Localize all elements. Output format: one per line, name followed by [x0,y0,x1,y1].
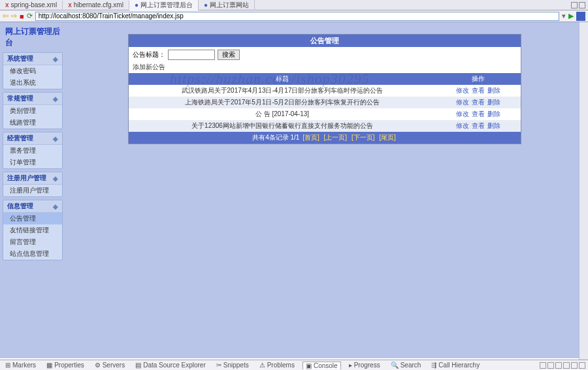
bottom-tab-markers[interactable]: ⊞ Markers [3,362,39,369]
xml-icon: x [68,1,72,8]
col-title: 标题 [129,74,436,84]
dropdown-icon[interactable]: ▾ [562,12,566,20]
menu-header-system[interactable]: 系统管理◈ [3,53,62,65]
menu-group-info: 信息管理◈ 公告管理 友情链接管理 留言管理 站点信息管理 [3,200,63,260]
refresh-icon[interactable]: ⟳ [27,12,33,20]
page-last[interactable]: [尾页] [379,134,396,141]
content-panel: 公告管理 公告标题： 搜索 添加新公告 标题 操作 武汉铁路局关于2017年4月… [128,34,521,144]
collapse-icon: ◈ [53,55,58,63]
tab-site[interactable]: ●网上订票网站 [199,0,255,10]
add-link[interactable]: 添加新公告 [129,63,521,73]
bottom-tab-dse[interactable]: ▤ Data Source Explorer [133,362,208,369]
sidebar-item-reguser[interactable]: 注册用户管理 [3,185,62,196]
sidebar-item-category[interactable]: 类别管理 [3,105,62,117]
tab-hibernate[interactable]: xhibernate.cfg.xml [63,1,129,9]
editor-tabs: xspring-base.xml xhibernate.cfg.xml ●网上订… [0,0,588,10]
col-ops: 操作 [436,74,521,84]
menu-group-business: 经营管理◈ 票务管理 订单管理 [3,132,63,169]
search-row: 公告标题： 搜索 [129,47,521,63]
sidebar-item-password[interactable]: 修改密码 [3,65,62,77]
console-btn-2[interactable] [547,362,554,369]
sidebar-title: 网上订票管理后台 [3,25,63,52]
console-btn-1[interactable] [540,362,546,369]
scrollbar[interactable] [579,22,588,360]
sidebar-item-ticket[interactable]: 票务管理 [3,145,62,157]
stop-icon[interactable]: ■ [20,12,24,20]
collapse-icon: ◈ [53,95,58,102]
address-bar: ⇦ ⇨ ■ ⟳ ▾ ▶ [0,10,588,22]
table-row: 上海铁路局关于2017年5月1日-5月2日部分旅客列车恢复开行的公告 修改查看删… [129,97,521,108]
menu-header-info[interactable]: 信息管理◈ [3,200,62,213]
bottom-controls [540,362,585,369]
tab-controls [571,2,588,8]
menu-header-business[interactable]: 经营管理◈ [3,132,62,145]
console-btn-3[interactable] [555,362,562,369]
delete-link[interactable]: 删除 [487,87,500,94]
table-row: 公 告 [2017-04-13] 修改查看删除 [129,108,521,120]
back-icon[interactable]: ⇦ [3,12,8,20]
go-icon[interactable]: ▶ [568,12,574,20]
delete-link[interactable]: 删除 [487,99,500,106]
view-link[interactable]: 查看 [472,122,485,129]
view-link[interactable]: 查看 [472,87,485,94]
sidebar-item-messages[interactable]: 留言管理 [3,236,62,248]
sidebar: 网上订票管理后台 系统管理◈ 修改密码 退出系统 常规管理◈ 类别管理 线路管理… [0,22,65,358]
table-header: 标题 操作 [129,73,521,85]
collapse-icon: ◈ [53,135,58,142]
bottom-bar: ⊞ Markers ▦ Properties ⚙ Servers ▤ Data … [0,360,588,370]
menu-group-general: 常规管理◈ 类别管理 线路管理 [3,92,63,129]
console-btn-6[interactable] [579,362,585,369]
maximize-icon[interactable] [579,2,585,8]
search-label: 公告标题： [133,50,165,59]
delete-link[interactable]: 删除 [487,122,500,129]
web-icon: ● [135,1,139,8]
web-icon: ● [204,1,208,8]
console-btn-5[interactable] [571,362,578,369]
tab-spring[interactable]: xspring-base.xml [0,1,63,9]
bottom-tab-servers[interactable]: ⚙ Servers [92,362,127,369]
content: 公告管理 公告标题： 搜索 添加新公告 标题 操作 武汉铁路局关于2017年4月… [65,22,588,358]
table-row: 武汉铁路局关于2017年4月13日-4月17日部分旅客列车临时停运的公告 修改查… [129,85,521,97]
collapse-icon: ◈ [53,203,58,210]
table-row: 关于12306网站新增中国银行储蓄银行直接支付服务功能的公告 修改查看删除 [129,120,521,132]
bottom-tab-console[interactable]: ▣ Console [302,362,341,369]
search-button[interactable]: 搜索 [218,50,240,60]
bottom-tab-search[interactable]: 🔍 Search [388,362,424,369]
sidebar-item-announce[interactable]: 公告管理 [3,213,62,224]
edit-link[interactable]: 修改 [456,122,469,129]
sidebar-item-siteinfo[interactable]: 站点信息管理 [3,248,62,260]
forward-icon[interactable]: ⇨ [11,12,17,20]
page-prev[interactable]: [上一页] [324,134,348,141]
view-link[interactable]: 查看 [472,110,485,117]
menu-button[interactable] [576,12,585,21]
menu-group-system: 系统管理◈ 修改密码 退出系统 [3,52,63,89]
minimize-icon[interactable] [571,2,578,8]
bottom-tab-snippets[interactable]: ✂ Snippets [214,362,252,369]
collapse-icon: ◈ [53,175,58,182]
sidebar-item-logout[interactable]: 退出系统 [3,77,62,89]
view-link[interactable]: 查看 [472,99,485,106]
search-input[interactable] [168,50,215,60]
edit-link[interactable]: 修改 [456,99,469,106]
edit-link[interactable]: 修改 [456,110,469,117]
bottom-tab-callhierarchy[interactable]: ⇶ Call Hierarchy [429,362,482,369]
bottom-tab-progress[interactable]: ▸ Progress [346,362,383,369]
main-area: 网上订票管理后台 系统管理◈ 修改密码 退出系统 常规管理◈ 类别管理 线路管理… [0,22,588,358]
menu-header-general[interactable]: 常规管理◈ [3,93,62,105]
edit-link[interactable]: 修改 [456,87,469,94]
sidebar-item-links[interactable]: 友情链接管理 [3,224,62,236]
sidebar-item-order[interactable]: 订单管理 [3,157,62,168]
console-btn-4[interactable] [563,362,570,369]
bottom-tab-problems[interactable]: ⚠ Problems [257,362,297,369]
xml-icon: x [5,1,9,8]
menu-group-users: 注册用户管理◈ 注册用户管理 [3,172,63,197]
sidebar-item-route[interactable]: 线路管理 [3,117,62,129]
tab-admin[interactable]: ●网上订票管理后台 [129,0,199,10]
page-first[interactable]: [首页] [302,134,319,141]
menu-header-users[interactable]: 注册用户管理◈ [3,172,62,185]
bottom-tab-properties[interactable]: ▦ Properties [44,362,87,369]
pagination: 共有4条记录 1/1 [首页] [上一页] [下一页] [尾页] [129,132,521,144]
url-input[interactable] [35,12,559,21]
page-next[interactable]: [下一页] [351,134,375,141]
delete-link[interactable]: 删除 [487,110,500,117]
